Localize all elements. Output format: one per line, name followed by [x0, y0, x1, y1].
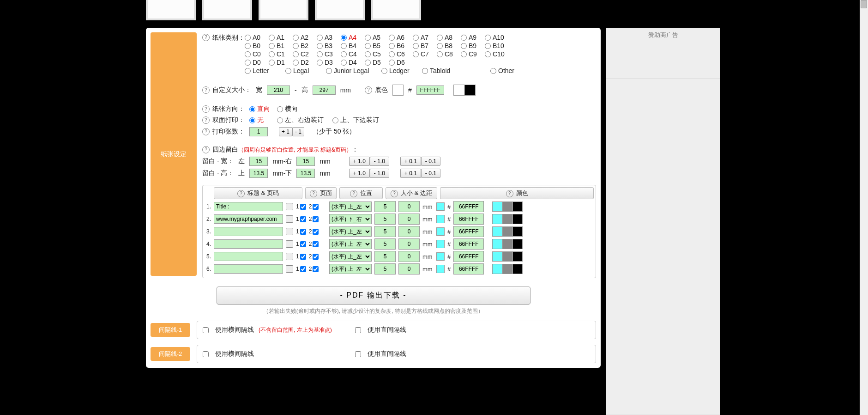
paper-size-b5[interactable]: B5	[365, 42, 389, 49]
margin-input[interactable]	[398, 251, 420, 262]
color-swatch-preset[interactable]	[502, 239, 512, 249]
help-icon[interactable]: ?	[310, 190, 317, 197]
paper-size-c10[interactable]: C10	[485, 50, 509, 58]
base-color-swatch[interactable]	[392, 85, 404, 96]
page-2-checkbox[interactable]	[313, 254, 319, 260]
margin-input[interactable]	[398, 238, 420, 250]
help-icon[interactable]: ?	[365, 86, 372, 94]
paper-size-b8[interactable]: B8	[437, 42, 461, 49]
title-toggle[interactable]	[286, 203, 293, 210]
color-swatch-preset[interactable]	[492, 201, 502, 212]
color-swatch-preset[interactable]	[492, 251, 502, 262]
paper-size-b4[interactable]: B4	[341, 42, 365, 49]
title-text-input[interactable]	[214, 202, 283, 211]
title-text-input[interactable]	[214, 239, 283, 249]
color-swatch-preset[interactable]	[502, 251, 512, 262]
paper-size-b0[interactable]: B0	[245, 42, 269, 49]
template-thumb[interactable]	[202, 0, 252, 20]
duplex-tb[interactable]: 上、下边装订	[332, 116, 379, 124]
sep1-horizontal-checkbox[interactable]	[203, 327, 209, 333]
paper-size-c5[interactable]: C5	[365, 50, 389, 58]
paper-size-d5[interactable]: D5	[365, 59, 389, 66]
color-swatch-preset[interactable]	[512, 251, 523, 262]
color-hex-input[interactable]	[453, 214, 484, 225]
paper-size-c9[interactable]: C9	[461, 50, 485, 58]
page-2-checkbox[interactable]	[313, 229, 319, 235]
color-swatch-preset[interactable]	[512, 239, 523, 249]
margin-right-input[interactable]	[296, 157, 315, 166]
color-swatch-preset[interactable]	[512, 264, 523, 274]
margin-input[interactable]	[398, 226, 420, 237]
duplex-lr[interactable]: 左、右边装订	[277, 116, 332, 124]
paper-size-c6[interactable]: C6	[389, 50, 413, 58]
help-icon[interactable]: ?	[237, 190, 245, 197]
paper-size-a0[interactable]: A0	[245, 34, 269, 41]
position-select[interactable]: (水平) 上_左	[329, 226, 372, 237]
help-icon[interactable]: ?	[202, 116, 210, 124]
page-1-checkbox[interactable]	[300, 204, 306, 210]
page-2-checkbox[interactable]	[313, 216, 319, 222]
paper-size-b9[interactable]: B9	[461, 42, 485, 49]
page-2-checkbox[interactable]	[313, 266, 319, 272]
title-toggle[interactable]	[286, 228, 293, 235]
paper-size-a2[interactable]: A2	[293, 34, 317, 41]
size-input[interactable]	[374, 201, 396, 212]
width-input[interactable]	[267, 85, 290, 95]
height-input[interactable]	[313, 85, 336, 95]
paper-size-a5[interactable]: A5	[365, 34, 389, 41]
template-thumb[interactable]	[146, 0, 196, 20]
help-icon[interactable]: ?	[202, 86, 210, 94]
color-swatch-preset[interactable]	[502, 214, 512, 224]
help-icon[interactable]: ?	[506, 190, 513, 197]
color-swatch-preset[interactable]	[512, 214, 523, 224]
scrollbar-thumb[interactable]	[861, 0, 867, 8]
paper-size-c7[interactable]: C7	[413, 50, 437, 58]
paper-size-a4[interactable]: A4	[341, 34, 365, 41]
paper-size-b2[interactable]: B2	[293, 42, 317, 49]
size-input[interactable]	[374, 251, 396, 262]
title-toggle[interactable]	[286, 240, 293, 248]
preset-swatch-white[interactable]	[453, 85, 464, 96]
preset-swatch-black[interactable]	[464, 85, 476, 96]
page-2-checkbox[interactable]	[313, 204, 319, 210]
margin-bottom-input[interactable]	[296, 169, 315, 178]
paper-size-d4[interactable]: D4	[341, 59, 365, 66]
base-color-hex-input[interactable]	[416, 85, 444, 95]
margin-top-input[interactable]	[249, 169, 268, 178]
color-swatch-preset[interactable]	[492, 264, 502, 274]
color-swatch-current[interactable]	[436, 202, 445, 211]
color-swatch-current[interactable]	[436, 240, 445, 248]
page-1-checkbox[interactable]	[300, 229, 306, 235]
help-icon[interactable]: ?	[202, 128, 210, 135]
paper-size-c3[interactable]: C3	[317, 50, 341, 58]
size-input[interactable]	[374, 214, 396, 225]
position-select[interactable]: (水平) 上_左	[329, 251, 372, 262]
paper-size-a3[interactable]: A3	[317, 34, 341, 41]
title-text-input[interactable]	[214, 214, 283, 224]
paper-size-d3[interactable]: D3	[317, 59, 341, 66]
title-toggle[interactable]	[286, 253, 293, 260]
paper-size-a7[interactable]: A7	[413, 34, 437, 41]
page-1-checkbox[interactable]	[300, 254, 306, 260]
page-1-checkbox[interactable]	[300, 266, 306, 272]
paper-size-c2[interactable]: C2	[293, 50, 317, 58]
color-swatch-preset[interactable]	[502, 264, 512, 274]
color-swatch-preset[interactable]	[492, 239, 502, 249]
help-icon[interactable]: ?	[202, 105, 210, 113]
paper-size-legal[interactable]: Legal	[285, 67, 326, 74]
color-swatch-preset[interactable]	[492, 226, 502, 237]
page-1-checkbox[interactable]	[300, 216, 306, 222]
margin-left-input[interactable]	[249, 157, 268, 166]
paper-size-other[interactable]: Other	[490, 67, 531, 74]
paper-size-a9[interactable]: A9	[461, 34, 485, 41]
sep1-vertical-checkbox[interactable]	[355, 327, 361, 333]
paper-size-d0[interactable]: D0	[245, 59, 269, 66]
color-swatch-preset[interactable]	[502, 201, 512, 212]
paper-size-b1[interactable]: B1	[269, 42, 293, 49]
color-hex-input[interactable]	[453, 238, 484, 250]
help-icon[interactable]: ?	[202, 34, 210, 41]
paper-size-ledger[interactable]: Ledger	[381, 67, 422, 74]
paper-size-letter[interactable]: Letter	[245, 67, 285, 74]
margin-w-plus-1-button[interactable]: + 1.0	[349, 157, 370, 166]
pdf-download-button[interactable]: - PDF 输出下载 -	[217, 287, 530, 305]
